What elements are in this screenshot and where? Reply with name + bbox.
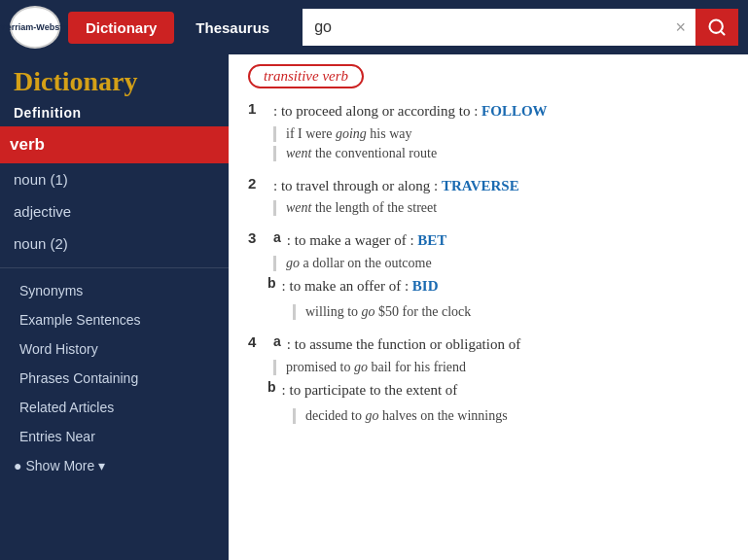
sidebar-item-verb[interactable]: verb xyxy=(0,126,229,163)
nav-tabs: Dictionary Thesaurus xyxy=(68,12,287,44)
sidebar-link-synonyms[interactable]: Synonyms xyxy=(0,276,229,305)
example-2a: went the length of the street xyxy=(273,200,730,216)
example-3a: go a dollar on the outcome xyxy=(273,256,730,271)
sidebar-link-example-sentences[interactable]: Example Sentences xyxy=(0,305,229,334)
def-number-2: 2 xyxy=(248,175,267,192)
sidebar-link-related-articles[interactable]: Related Articles xyxy=(0,393,229,422)
definition-2: 2 : to travel through or along : TRAVERS… xyxy=(248,175,730,217)
def-letter-4b: b xyxy=(267,379,276,395)
example-italic-2a: went xyxy=(286,200,311,215)
def-letter-4a: a xyxy=(273,333,281,349)
def-text-3b: : to make an offer of : BID xyxy=(282,275,439,298)
example-3b: willing to go $50 for the clock xyxy=(293,304,730,320)
example-italic-4b: go xyxy=(365,408,378,423)
definition-3: 3 a : to make a wager of : BET go a doll… xyxy=(248,229,730,320)
sidebar-link-phrases-containing[interactable]: Phrases Containing xyxy=(0,364,229,393)
sidebar-section-label: Definition xyxy=(0,101,229,126)
example-1b: went the conventional route xyxy=(273,146,730,161)
def-text-3a: : to make a wager of : BET xyxy=(287,229,447,252)
logo[interactable]: Merriam- Webster xyxy=(10,6,60,49)
sub-def-3b: b : to make an offer of : BID xyxy=(267,275,730,298)
example-italic-1a: going xyxy=(336,126,367,141)
def-number-3: 3 xyxy=(248,229,267,246)
def-number-4: 4 xyxy=(248,333,267,350)
def-letter-3a: a xyxy=(273,229,281,245)
main-layout: Dictionary Definition verb noun (1) adje… xyxy=(0,54,748,560)
sidebar-link-entries-near[interactable]: Entries Near xyxy=(0,422,229,451)
sidebar-title: Dictionary xyxy=(0,54,229,101)
tab-dictionary[interactable]: Dictionary xyxy=(68,12,174,44)
tab-thesaurus[interactable]: Thesaurus xyxy=(178,12,287,44)
def-text-1: : to proceed along or according to : FOL… xyxy=(273,100,548,122)
bullet-icon: ● xyxy=(14,458,21,473)
sidebar-show-more[interactable]: ● Show More ▾ xyxy=(0,451,229,480)
example-italic-3b: go xyxy=(362,304,375,319)
sidebar-item-noun1[interactable]: noun (1) xyxy=(0,163,229,195)
example-italic-4a: go xyxy=(354,360,368,374)
sidebar-item-noun2[interactable]: noun (2) xyxy=(0,228,229,260)
sidebar-link-word-history[interactable]: Word History xyxy=(0,334,229,364)
search-submit-button[interactable] xyxy=(695,9,738,46)
example-italic-1b: went xyxy=(286,146,311,160)
def-link-traverse[interactable]: TRAVERSE xyxy=(442,178,519,193)
example-4b: decided to go halves on the winnings xyxy=(293,408,730,424)
logo-text2: Webster xyxy=(36,22,70,33)
sidebar-divider xyxy=(0,267,229,268)
example-italic-3a: go xyxy=(286,256,300,270)
definition-4: 4 a : to assume the function or obligati… xyxy=(248,333,730,424)
logo-text: Merriam- xyxy=(0,22,36,33)
def-letter-3b: b xyxy=(267,275,276,291)
def-number-1: 1 xyxy=(248,100,267,117)
search-clear-button[interactable]: × xyxy=(665,9,695,46)
pos-badge: transitive verb xyxy=(248,64,364,88)
chevron-down-icon: ▾ xyxy=(98,458,105,473)
def-text-4a: : to assume the function or obligation o… xyxy=(287,333,520,356)
content-area: transitive verb 1 : to proceed along or … xyxy=(229,54,748,560)
def-text-4b: : to participate to the extent of xyxy=(282,379,458,402)
example-4a: promised to go bail for his friend xyxy=(273,360,730,375)
search-input[interactable] xyxy=(303,9,665,46)
sidebar: Dictionary Definition verb noun (1) adje… xyxy=(0,54,229,560)
search-bar: × xyxy=(303,9,738,46)
sidebar-item-adjective[interactable]: adjective xyxy=(0,195,229,228)
sub-def-4b: b : to participate to the extent of xyxy=(267,379,730,402)
definition-list: 1 : to proceed along or according to : F… xyxy=(248,100,730,424)
example-1a: if I were going his way xyxy=(273,126,730,142)
def-link-bet[interactable]: BET xyxy=(417,232,446,248)
sub-defs-3: b : to make an offer of : BID willing to… xyxy=(267,275,730,321)
search-icon xyxy=(707,18,727,37)
sub-defs-4: b : to participate to the extent of deci… xyxy=(267,379,730,425)
def-link-follow[interactable]: FOLLOW xyxy=(481,103,548,119)
header: Merriam- Webster Dictionary Thesaurus × xyxy=(0,0,748,54)
show-more-label: Show More xyxy=(25,458,94,473)
svg-line-1 xyxy=(721,31,725,35)
definition-1: 1 : to proceed along or according to : F… xyxy=(248,100,730,161)
def-text-2: : to travel through or along : TRAVERSE xyxy=(273,175,519,197)
def-link-bid[interactable]: BID xyxy=(412,278,439,294)
